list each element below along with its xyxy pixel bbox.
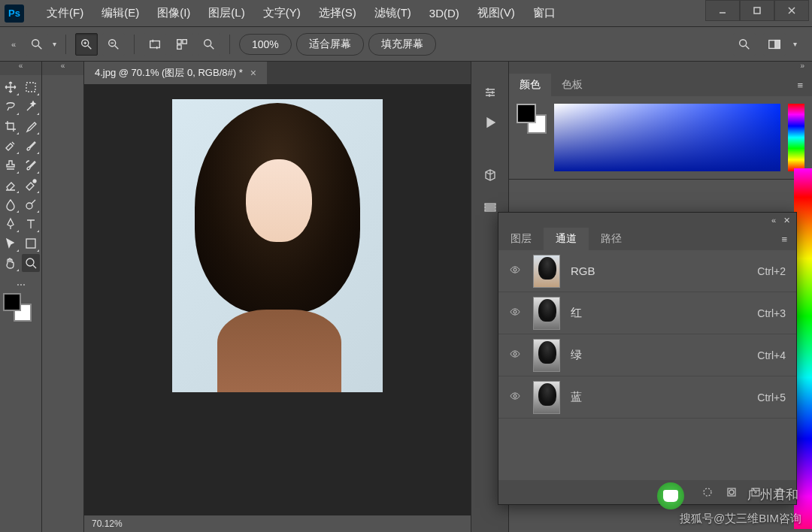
channel-thumb	[533, 297, 560, 330]
zoom-out-icon[interactable]	[102, 33, 125, 56]
type-tool[interactable]	[22, 215, 40, 233]
menu-3d[interactable]: 3D(D)	[420, 2, 468, 24]
zoom-100-button[interactable]: 100%	[239, 34, 292, 55]
move-tool[interactable]	[2, 78, 20, 96]
channel-row[interactable]: RGB Ctrl+2	[498, 250, 796, 292]
zoom-tool[interactable]	[22, 254, 40, 272]
channel-row[interactable]: 绿 Ctrl+4	[498, 334, 796, 376]
channels-menu-icon[interactable]: ≡	[772, 234, 796, 245]
menu-file[interactable]: 文件(F)	[38, 2, 92, 25]
workspace-icon[interactable]	[763, 33, 786, 56]
menu-type[interactable]: 文字(Y)	[254, 2, 310, 25]
tab-color[interactable]: 颜色	[509, 74, 551, 96]
collapse-strip[interactable]: «	[42, 62, 83, 75]
menu-edit[interactable]: 编辑(E)	[92, 2, 148, 25]
search-icon[interactable]	[733, 33, 756, 56]
adjustments-icon[interactable]	[471, 80, 508, 105]
menu-select[interactable]: 选择(S)	[310, 2, 365, 25]
healing-tool[interactable]	[2, 137, 20, 155]
zoom-in-icon[interactable]	[75, 33, 98, 56]
svg-point-29	[26, 258, 34, 266]
magic-wand-tool[interactable]	[22, 98, 40, 116]
svg-point-21	[740, 39, 747, 46]
save-selection-icon[interactable]	[726, 486, 738, 498]
color-picker[interactable]	[0, 290, 41, 328]
panel-collapse[interactable]: »	[509, 62, 812, 74]
visibility-icon[interactable]	[509, 348, 523, 362]
foreground-swatch[interactable]	[3, 293, 21, 311]
channel-row[interactable]: 红 Ctrl+3	[498, 292, 796, 334]
gradient-tool[interactable]	[22, 176, 40, 194]
tab-paths[interactable]: 路径	[589, 228, 634, 250]
collapse-icon[interactable]: «	[6, 40, 21, 49]
canvas[interactable]: V7 I3VSOFT	[84, 84, 471, 515]
channel-shortcut: Ctrl+3	[757, 307, 786, 319]
panel-menu-icon[interactable]: ≡	[788, 80, 812, 91]
dodge-tool[interactable]	[22, 195, 40, 213]
tab-layers[interactable]: 图层	[498, 228, 544, 250]
svg-point-35	[514, 310, 517, 313]
svg-point-38	[704, 488, 711, 496]
menu-layer[interactable]: 图层(L)	[199, 2, 253, 25]
3d-icon[interactable]	[471, 162, 508, 188]
svg-rect-25	[26, 83, 35, 92]
play-icon[interactable]	[471, 110, 508, 135]
scrubby-zoom-icon[interactable]	[198, 33, 220, 56]
document-tab-title: 4.jpg @ 70.1% (图层 0, RGB/8#) *	[95, 66, 243, 80]
load-selection-icon[interactable]	[701, 486, 714, 498]
hue-slider[interactable]	[788, 104, 804, 171]
canvas-image	[172, 99, 383, 392]
hand-tool[interactable]	[2, 254, 20, 272]
svg-rect-16	[177, 39, 181, 43]
channel-name: 绿	[571, 348, 747, 362]
shape-tool[interactable]	[22, 234, 40, 252]
brush-tool[interactable]	[22, 137, 40, 155]
crop-tool[interactable]	[2, 117, 20, 135]
wechat-icon	[657, 482, 684, 509]
channel-row[interactable]: 蓝 Ctrl+5	[498, 376, 796, 419]
menu-view[interactable]: 视图(V)	[468, 2, 524, 25]
fill-screen-button[interactable]: 填充屏幕	[368, 33, 436, 56]
marquee-tool[interactable]	[22, 78, 40, 96]
fit-screen-button[interactable]: 适合屏幕	[296, 33, 364, 56]
visibility-icon[interactable]	[509, 306, 523, 320]
tab-swatches[interactable]: 色板	[551, 74, 593, 96]
resize-window-icon[interactable]	[144, 33, 166, 56]
tab-channels[interactable]: 通道	[544, 228, 589, 250]
watermark-line1: 广州君和	[747, 486, 798, 503]
svg-point-36	[514, 352, 517, 355]
toolbox-collapse[interactable]: «	[0, 62, 41, 75]
stamp-tool[interactable]	[2, 156, 20, 174]
zoom-status[interactable]: 70.12%	[92, 518, 123, 529]
menu-filter[interactable]: 滤镜(T)	[365, 2, 420, 25]
lasso-tool[interactable]	[2, 98, 20, 116]
channels-panel: « ✕ 图层 通道 路径 ≡ RGB Ctrl+2 红 Ctrl+3 绿 Ctr…	[498, 212, 797, 505]
edit-toolbar-icon[interactable]: ⋯	[0, 280, 41, 290]
document-tab[interactable]: 4.jpg @ 70.1% (图层 0, RGB/8#) * ×	[84, 62, 267, 84]
eraser-tool[interactable]	[2, 176, 20, 194]
menu-window[interactable]: 窗口	[524, 2, 565, 25]
path-select-tool[interactable]	[2, 234, 20, 252]
zoom-tool-icon[interactable]	[26, 33, 48, 56]
close-button[interactable]	[774, 0, 809, 21]
svg-point-27	[26, 203, 32, 209]
channel-shortcut: Ctrl+4	[757, 349, 786, 361]
close-icon[interactable]: ×	[250, 67, 256, 79]
color-field[interactable]	[554, 104, 780, 171]
pen-tool[interactable]	[2, 215, 20, 233]
eyedropper-tool[interactable]	[22, 117, 40, 135]
svg-point-4	[32, 39, 39, 46]
maximize-button[interactable]	[740, 0, 774, 21]
color-swatch-stack[interactable]	[517, 104, 547, 171]
visibility-icon[interactable]	[509, 390, 523, 404]
history-brush-tool[interactable]	[22, 156, 40, 174]
visibility-icon[interactable]	[509, 264, 523, 278]
menu-image[interactable]: 图像(I)	[148, 2, 199, 25]
blur-tool[interactable]	[2, 195, 20, 213]
panel-close-icon[interactable]: ✕	[783, 216, 790, 225]
channel-shortcut: Ctrl+5	[757, 391, 786, 404]
svg-rect-13	[150, 41, 160, 47]
minimize-button[interactable]	[705, 0, 740, 21]
panel-collapse-icon[interactable]: «	[771, 216, 776, 225]
zoom-all-icon[interactable]	[171, 33, 193, 56]
